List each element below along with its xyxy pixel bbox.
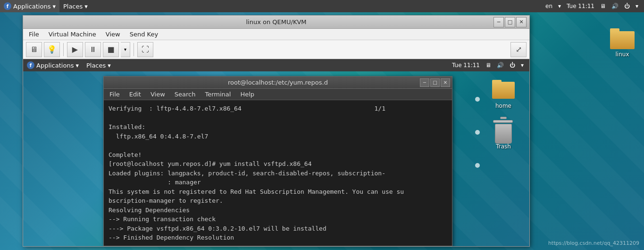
guest-screen-icon[interactable]: 🖥 [484,62,493,69]
toolbar-bulb-btn[interactable]: 💡 [44,42,60,57]
vm-menubar: File Virtual Machine View Send Key [23,29,529,40]
guest-applications-arrow: ▾ [75,62,79,69]
vm-close-btn[interactable]: ✕ [516,17,527,27]
vm-menu-vm[interactable]: Virtual Machine [45,30,100,39]
vm-menu-file[interactable]: File [25,30,43,39]
deco-dot-3 [475,163,480,168]
vm-menu-view[interactable]: View [102,30,124,39]
vm-toolbar: 🖥 💡 ▶ ⏸ ■ ▾ ⛶ ⤢ [23,40,529,59]
folder-body [492,82,515,99]
power-arrow: ▾ [634,3,640,9]
power-icon[interactable]: ⏻ [622,3,632,9]
lang-arrow: ▾ [556,3,563,9]
fedora-icon: f [4,2,11,10]
guest-clock: Tue 11:11 [450,62,482,69]
top-bar-left: f Applications ▾ Places ▾ [0,0,92,12]
sound-icon[interactable]: 🔊 [610,3,620,9]
guest-places-arrow: ▾ [108,62,111,69]
guest-places-menu[interactable]: Places ▾ [83,59,115,71]
watermark: https://blog.csdn.net/qq_42311209 [548,240,639,246]
trash-lid [493,120,513,123]
linux-folder-icon [610,28,635,49]
trash-container [494,117,513,144]
desktop: f Applications ▾ Places ▾ en ▾ Tue 11:11… [0,0,644,250]
vm-win-controls: − □ ✕ [493,17,527,27]
trash-body [495,124,512,144]
guest-home-icon[interactable]: home [487,78,520,109]
guest-top-bar: f Applications ▾ Places ▾ Tue 11:11 🖥 🔊 … [23,59,529,71]
vm-minimize-btn[interactable]: − [493,17,504,27]
toolbar-sep2 [134,43,134,56]
deco-dots [475,97,480,168]
term-menu-help[interactable]: Help [236,90,258,99]
guest-fedora-icon: f [27,61,34,69]
places-menu[interactable]: Places ▾ [59,0,92,12]
guest-power-icon[interactable]: ⏻ [508,62,517,69]
places-label: Places [63,3,83,10]
term-menu-terminal[interactable]: Terminal [201,90,234,99]
guest-trash-icon[interactable]: Trash [487,119,520,150]
terminal-titlebar: root@localhost:/etc/yum.repos.d − □ ✕ [104,77,452,89]
guest-desktop-icons: home Trash [487,78,520,150]
toolbar-right: ⤢ [510,42,527,57]
term-menu-search[interactable]: Search [171,90,200,99]
deco-dot-2 [475,130,480,135]
term-maximize-btn[interactable]: □ [430,78,440,87]
guest-folder-icon [492,80,515,99]
term-menu-view[interactable]: View [147,90,169,99]
guest-trash-icon-img [492,119,515,141]
guest-places-label: Places [86,62,106,69]
vm-menu-sendkey[interactable]: Send Key [126,30,162,39]
toolbar-fullscreen-btn[interactable]: ⛶ [137,42,153,57]
guest-applications-menu[interactable]: f Applications ▾ [23,59,83,71]
toolbar-stop-btn[interactable]: ■ [103,42,119,57]
clock: Tue 11:11 [565,3,596,9]
guest-home-label: home [495,103,511,109]
terminal-window: root@localhost:/etc/yum.repos.d − □ ✕ Fi… [103,76,452,246]
screen-icon[interactable]: 🖥 [598,3,608,9]
toolbar-play-btn[interactable]: ▶ [67,42,83,57]
guest-power-arrow: ▾ [519,62,526,69]
term-menu-edit[interactable]: Edit [125,90,145,99]
terminal-title: root@localhost:/etc/yum.repos.d [228,79,328,86]
toolbar-pause-btn[interactable]: ⏸ [85,42,101,57]
deco-dot-1 [475,97,480,102]
term-minimize-btn[interactable]: − [420,78,429,87]
toolbar-monitor-btn[interactable]: 🖥 [26,42,42,57]
applications-menu[interactable]: f Applications ▾ [0,0,59,12]
toolbar-stop-dropdown[interactable]: ▾ [121,42,130,57]
terminal-menubar: File Edit View Search Terminal Help [104,89,452,100]
top-bar-right: en ▾ Tue 11:11 🖥 🔊 ⏻ ▾ [544,3,644,9]
applications-label: Applications [13,3,50,10]
term-menu-file[interactable]: File [106,90,124,99]
lang-indicator[interactable]: en [544,3,554,9]
outer-top-bar: f Applications ▾ Places ▾ en ▾ Tue 11:11… [0,0,644,12]
guest-top-bar-right: Tue 11:11 🖥 🔊 ⏻ ▾ [450,62,529,69]
term-win-controls: − □ ✕ [420,78,450,87]
terminal-body[interactable]: Verifying : lftp-4.4.8-7.el7.x86_64 1/1 … [104,100,452,246]
vm-maximize-btn[interactable]: □ [505,17,515,27]
trash-handle [500,117,507,119]
guest-home-icon-img [492,78,515,101]
toolbar-resize-btn[interactable]: ⤢ [510,42,527,57]
linux-icon-label: linux [616,51,629,58]
vm-title: linux on QEMU/KVM [246,18,306,26]
linux-desktop-icon[interactable]: linux [610,28,635,58]
toolbar-sep1 [63,43,64,56]
places-arrow: ▾ [84,3,88,10]
guest-sound-icon[interactable]: 🔊 [495,62,506,69]
guest-top-bar-left: f Applications ▾ Places ▾ [23,59,115,71]
vm-window: linux on QEMU/KVM − □ ✕ File Virtual Mac… [23,15,530,247]
vm-titlebar: linux on QEMU/KVM − □ ✕ [23,16,529,29]
term-close-btn[interactable]: ✕ [441,78,450,87]
guest-desktop: f Applications ▾ Places ▾ Tue 11:11 🖥 🔊 … [23,59,529,246]
linux-folder-body [610,31,635,49]
guest-trash-label: Trash [496,143,511,150]
applications-arrow: ▾ [52,3,56,10]
guest-applications-label: Applications [36,62,74,69]
